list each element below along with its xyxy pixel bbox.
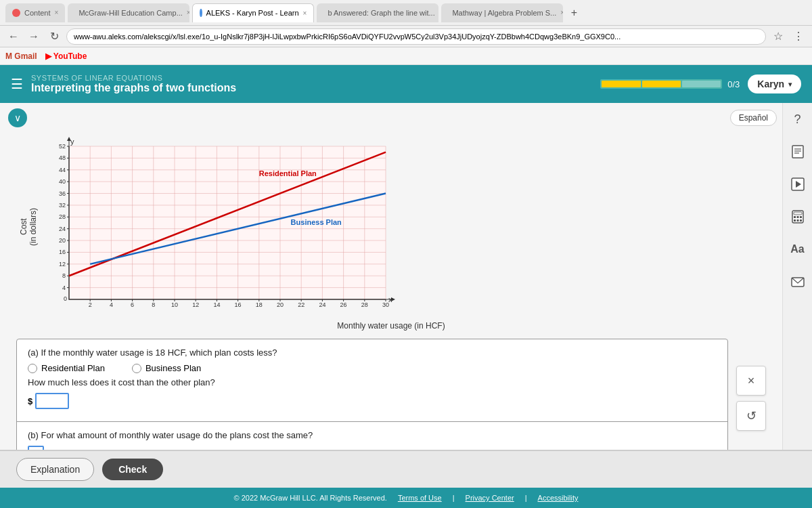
- separator2: |: [525, 494, 527, 502]
- action-column: × ↺: [736, 339, 766, 431]
- progress-bar: [600, 79, 722, 89]
- user-name: Karyn: [757, 79, 784, 89]
- mail-icon[interactable]: [787, 271, 809, 293]
- tab-favicon-aleks: [200, 9, 202, 17]
- footer-bar: Explanation Check: [0, 450, 812, 488]
- play-icon[interactable]: [787, 173, 809, 195]
- notes-icon[interactable]: [787, 141, 809, 163]
- url-input[interactable]: [66, 28, 766, 45]
- question-part-a: (a) If the monthly water usage is 18 HCF…: [17, 339, 727, 421]
- progress-seg-2: [642, 81, 681, 87]
- part-b-text: (b) For what amount of monthly water usa…: [28, 430, 717, 440]
- explanation-button[interactable]: Explanation: [16, 458, 94, 481]
- tab-aleks[interactable]: ALEKS - Karyn Post - Learn ×: [192, 3, 314, 22]
- url-bar: ← → ↻ ☆ ⋮: [0, 26, 812, 47]
- svg-rect-7: [794, 212, 802, 215]
- terms-link[interactable]: Terms of Use: [398, 494, 442, 502]
- chevron-down-icon: ▾: [788, 81, 792, 88]
- back-button[interactable]: ←: [5, 28, 22, 45]
- radio-residential-a[interactable]: Residential Plan: [28, 363, 105, 373]
- nav-title-section: SYSTEMS OF LINEAR EQUATIONS Interpreting…: [31, 74, 592, 94]
- progress-seg-3: [682, 81, 721, 87]
- progress-count: 0/3: [727, 79, 740, 89]
- clear-button[interactable]: ×: [736, 366, 766, 396]
- tab-label-answered: b Answered: Graph the line wit...: [328, 9, 434, 17]
- radio-circle-business-a: [132, 364, 141, 373]
- copyright-text: © 2022 McGraw Hill LLC. All Rights Reser…: [234, 494, 387, 502]
- content-area: ∨ Español Cost(in dollars) Monthly water…: [0, 103, 812, 450]
- part-b-answer-input[interactable]: [28, 446, 44, 450]
- graph-container: [41, 135, 399, 318]
- tab-close-content[interactable]: ×: [55, 9, 59, 16]
- radio-label-business-a: Business Plan: [145, 363, 201, 373]
- footer-copyright: © 2022 McGraw Hill LLC. All Rights Reser…: [0, 488, 812, 508]
- tab-content[interactable]: Content ×: [5, 3, 65, 22]
- main-content: ∨ Español Cost(in dollars) Monthly water…: [0, 103, 782, 450]
- collapse-button[interactable]: ∨: [8, 108, 27, 127]
- radio-label-residential-a: Residential Plan: [41, 363, 105, 373]
- tab-close-mathway[interactable]: ×: [560, 9, 563, 16]
- graph-canvas: [41, 135, 399, 318]
- tab-mathway[interactable]: Mathway | Algebra Problem S... ×: [441, 3, 563, 22]
- part-b-input-row: [28, 446, 717, 450]
- part-a-followup: How much less does it cost than the othe…: [28, 377, 717, 387]
- extensions-button[interactable]: ⋮: [790, 28, 807, 45]
- tab-label-aleks: ALEKS - Karyn Post - Learn: [206, 9, 299, 17]
- radio-business-a[interactable]: Business Plan: [132, 363, 201, 373]
- user-menu-button[interactable]: Karyn ▾: [748, 75, 801, 93]
- svg-rect-0: [792, 146, 803, 158]
- question-box: (a) If the monthly water usage is 18 HCF…: [16, 339, 728, 450]
- y-axis-label: Cost(in dollars): [16, 135, 38, 318]
- dollar-sign: $: [28, 396, 32, 406]
- svg-rect-9: [796, 216, 798, 218]
- question-area-wrapper: (a) If the monthly water usage is 18 HCF…: [16, 339, 766, 450]
- new-tab-button[interactable]: +: [566, 5, 582, 21]
- tab-label-mathway: Mathway | Algebra Problem S...: [452, 9, 556, 17]
- tab-label-mcgraw: McGraw-Hill Education Camp...: [78, 9, 182, 17]
- progress-section: 0/3: [600, 79, 740, 89]
- espanol-button[interactable]: Español: [730, 110, 777, 126]
- separator1: |: [453, 494, 455, 502]
- tab-close-mcgraw[interactable]: ×: [187, 9, 190, 16]
- browser-tab-bar: Content × McGraw-Hill Education Camp... …: [0, 0, 812, 26]
- bookmark-gmail[interactable]: M Gmail: [5, 51, 37, 61]
- progress-seg-1: [602, 81, 640, 87]
- bookmarks-bar: M Gmail ▶ YouTube: [0, 47, 812, 65]
- privacy-link[interactable]: Privacy Center: [466, 494, 514, 502]
- radio-circle-residential-a: [28, 364, 37, 373]
- graph-wrapper: Cost(in dollars): [16, 135, 766, 318]
- part-a-radio-row: Residential Plan Business Plan: [28, 363, 717, 373]
- bookmark-youtube[interactable]: ▶ YouTube: [45, 51, 87, 61]
- svg-rect-11: [794, 219, 796, 221]
- graph-section: Cost(in dollars) Monthly water usage (in…: [0, 130, 782, 331]
- help-icon[interactable]: ?: [787, 108, 809, 130]
- tab-answered[interactable]: b Answered: Graph the line wit... ×: [317, 3, 438, 22]
- tab-mcgraw[interactable]: McGraw-Hill Education Camp... ×: [68, 3, 189, 22]
- x-axis-label: Monthly water usage (in HCF): [16, 321, 766, 331]
- hamburger-menu[interactable]: ☰: [11, 76, 23, 92]
- check-button[interactable]: Check: [102, 459, 163, 480]
- app-container: ☰ SYSTEMS OF LINEAR EQUATIONS Interpreti…: [0, 65, 812, 508]
- question-part-b: (b) For what amount of monthly water usa…: [17, 421, 727, 450]
- bookmark-button[interactable]: ☆: [770, 28, 786, 45]
- part-a-input-row: $: [28, 393, 717, 409]
- tab-close-aleks[interactable]: ×: [303, 9, 307, 17]
- svg-rect-12: [796, 219, 798, 221]
- tab-label-content: Content: [24, 9, 51, 17]
- refresh-button[interactable]: ↻: [46, 28, 62, 45]
- part-a-text: (a) If the monthly water usage is 18 HCF…: [28, 347, 717, 358]
- part-a-answer-input[interactable]: [35, 393, 69, 409]
- nav-subtitle: SYSTEMS OF LINEAR EQUATIONS: [31, 74, 592, 82]
- svg-rect-13: [800, 219, 802, 221]
- forward-button[interactable]: →: [26, 28, 42, 45]
- accessibility-link[interactable]: Accessibility: [538, 494, 579, 502]
- side-panel: ?: [782, 103, 812, 450]
- tab-favicon-content: [12, 9, 20, 17]
- calculator-icon[interactable]: [787, 206, 809, 228]
- svg-rect-10: [800, 216, 802, 218]
- svg-rect-8: [794, 216, 796, 218]
- nav-title: Interpreting the graphs of two functions: [31, 82, 592, 94]
- text-size-icon[interactable]: Aa: [787, 238, 809, 260]
- undo-button[interactable]: ↺: [736, 401, 766, 431]
- top-navigation: ☰ SYSTEMS OF LINEAR EQUATIONS Interpreti…: [0, 65, 812, 103]
